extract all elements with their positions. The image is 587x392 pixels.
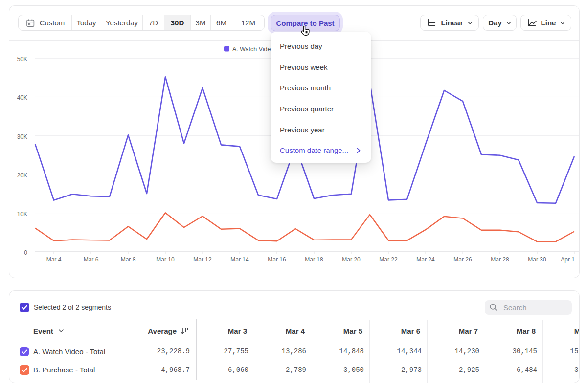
svg-text:Mar 16: Mar 16 [268,256,286,263]
svg-text:20K: 20K [17,172,27,179]
svg-text:Mar 10: Mar 10 [156,256,175,263]
svg-text:Mar 18: Mar 18 [305,256,323,263]
svg-text:Mar 8: Mar 8 [121,256,136,263]
svg-text:Mar 24: Mar 24 [416,256,435,263]
svg-text:Apr 1: Apr 1 [561,256,575,263]
svg-text:Mar 14: Mar 14 [230,256,249,263]
svg-text:50K: 50K [17,56,27,63]
svg-text:Mar 30: Mar 30 [528,256,546,263]
svg-text:Mar 12: Mar 12 [193,256,212,263]
svg-text:10K: 10K [17,211,27,218]
svg-text:40K: 40K [17,94,27,101]
svg-text:Mar 20: Mar 20 [342,256,361,263]
svg-text:Mar 26: Mar 26 [453,256,472,263]
svg-text:Mar 4: Mar 4 [46,256,62,263]
svg-text:0: 0 [24,249,27,256]
svg-text:30K: 30K [17,133,27,140]
svg-text:Mar 6: Mar 6 [84,256,99,263]
svg-text:Mar 22: Mar 22 [379,256,398,263]
svg-text:Mar 28: Mar 28 [491,256,509,263]
